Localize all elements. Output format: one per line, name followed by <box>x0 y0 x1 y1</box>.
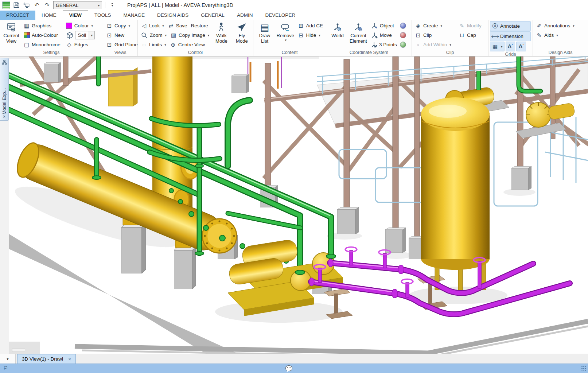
graphics-label: Graphics <box>32 23 51 28</box>
tab-developer[interactable]: DEVELOPER <box>259 11 301 20</box>
general-combobox[interactable]: GENERAL ▾ <box>53 1 102 9</box>
limits-dropdown-icon: ▾ <box>164 43 166 47</box>
view-tab-close-icon[interactable]: × <box>68 356 71 362</box>
remove-button[interactable]: Remove ▾ <box>275 21 295 50</box>
current-element-label: Current Element <box>350 33 367 44</box>
graphics-button[interactable]: ▦Graphics <box>22 21 64 30</box>
redo-button[interactable]: ↷ <box>43 1 51 9</box>
font-decrease-icon: A <box>518 42 522 50</box>
copy-image-button[interactable]: ▨Copy Image▾ <box>169 31 211 40</box>
look-dropdown-icon: ▾ <box>162 24 164 28</box>
model-explorer-close-icon[interactable]: × <box>3 114 6 119</box>
current-element-button[interactable]: Current Element <box>348 21 369 50</box>
move-cs-button[interactable]: Move <box>369 31 398 40</box>
new-view-button[interactable]: ⊡New <box>105 31 139 40</box>
group-label-views: Views <box>103 50 137 56</box>
look-button[interactable]: ◁Look▾ <box>139 21 166 30</box>
clip-cap-button[interactable]: ⊔Cap <box>457 31 486 40</box>
current-view-button[interactable]: Current View <box>1 21 21 50</box>
annotations-button[interactable]: ✐Annotations▾ <box>534 21 576 30</box>
copy-view-icon: ⊡ <box>106 23 113 29</box>
object-cs-button[interactable]: Object <box>369 21 398 30</box>
status-message-bubble-icon[interactable] <box>285 365 292 371</box>
annotations-dropdown-icon: ▾ <box>573 24 575 28</box>
tab-tools[interactable]: TOOLS <box>88 11 117 20</box>
scroll-thumb[interactable] <box>12 349 25 352</box>
zoom-button[interactable]: Zoom▾ <box>139 31 168 40</box>
fly-mode-button[interactable]: Fly Mode <box>232 21 252 50</box>
grid-display-icon: ▦ <box>492 43 498 50</box>
aids-button[interactable]: ✎Aids▾ <box>534 31 576 40</box>
aids-dropdown-icon: ▾ <box>556 34 558 37</box>
clip-button[interactable]: ⊡Clip <box>413 31 456 40</box>
auto-colour-icon <box>24 32 30 38</box>
walk-mode-label: Walk Mode <box>215 33 227 44</box>
colour-button[interactable]: Colour▾ <box>65 21 101 30</box>
limits-button[interactable]: ◌Limits▾ <box>139 40 168 49</box>
clip-create-button[interactable]: ◈Create▾ <box>413 21 456 30</box>
orbit-green-icon <box>400 42 406 48</box>
status-flag-icon[interactable]: ⚐ <box>3 365 8 372</box>
clip-cap-label: Cap <box>467 32 476 38</box>
three-points-cs-icon <box>371 41 377 48</box>
annotate-button[interactable]: ⒶAnnotate <box>490 21 531 31</box>
add-ce-button[interactable]: ⊞Add CE <box>296 21 324 30</box>
render-style-combobox[interactable]: Soli ▾ <box>75 31 95 39</box>
resize-grip[interactable] <box>581 366 587 372</box>
auto-colour-button[interactable]: Auto-Colour <box>22 31 64 40</box>
copy-view-button[interactable]: ⊡Copy▾ <box>105 21 139 30</box>
left-dock-strip: Model Exp... × <box>0 57 9 354</box>
combobox-arrow-icon: ▾ <box>96 3 102 7</box>
grid-font-decrease-button[interactable]: A▾ <box>516 42 526 51</box>
tab-manage[interactable]: MANAGE <box>117 11 151 20</box>
three-points-cs-button[interactable]: 3 Points <box>369 40 398 49</box>
grid-plane-button[interactable]: ⊡Grid Plane <box>105 40 139 49</box>
tab-view[interactable]: VIEW <box>63 10 89 20</box>
export-display-button[interactable] <box>23 1 31 9</box>
copy-image-dropdown-icon: ▾ <box>208 34 210 37</box>
centre-view-button[interactable]: ⊕Centre View <box>168 40 206 49</box>
save-view-label: Save <box>176 23 187 28</box>
tab-project[interactable]: PROJECT <box>0 11 35 20</box>
app-logo-icon[interactable] <box>2 1 10 9</box>
tab-general[interactable]: GENERAL <box>195 11 231 20</box>
draw-list-button[interactable]: ▤ Draw List <box>255 21 274 50</box>
3d-model-view[interactable] <box>9 57 588 354</box>
view-tab-3d-view-1[interactable]: 3D View(1) - Drawl × <box>17 354 76 364</box>
save-button[interactable] <box>12 1 20 9</box>
restore-view-button[interactable]: Restore <box>190 21 210 30</box>
dock-scroll-corner[interactable] <box>9 342 40 354</box>
dimension-button[interactable]: ⟷Dimension <box>490 31 531 41</box>
hide-button[interactable]: ⊟Hide▾ <box>296 31 324 40</box>
grid-display-button[interactable]: ▦▾ <box>490 42 505 51</box>
colour-dropdown-icon: ▾ <box>91 24 93 28</box>
save-view-button[interactable]: ⇄Save <box>166 21 189 30</box>
orbit-green-button[interactable] <box>398 40 408 49</box>
tab-home[interactable]: HOME <box>35 11 63 20</box>
grid-font-increase-button[interactable]: A▴ <box>506 42 515 51</box>
limits-icon: ◌ <box>141 42 147 48</box>
orbit-blue-button[interactable] <box>398 21 408 30</box>
tab-admin[interactable]: ADMIN <box>231 11 259 20</box>
add-ce-label: Add CE <box>306 23 323 28</box>
customize-qat-button[interactable]: ▾ <box>108 1 116 9</box>
copy-image-label: Copy Image <box>179 32 205 38</box>
add-within-button[interactable]: ▫Add Within▾ <box>413 40 456 49</box>
edges-button[interactable]: ◇Edges <box>65 40 101 49</box>
render-style-row[interactable]: Soli ▾ <box>65 31 101 40</box>
colour-swatch-icon <box>66 23 72 29</box>
status-bar: ⚐ <box>0 364 588 373</box>
walk-mode-button[interactable]: Walk Mode <box>211 21 231 50</box>
clip-modify-icon: ✎ <box>459 23 465 29</box>
group-label-coordinate-system: Coordinate System <box>326 50 412 56</box>
view-tab-list-button[interactable]: ▾ <box>0 354 16 364</box>
clip-modify-button[interactable]: ✎Modify <box>457 21 486 30</box>
orbit-red-button[interactable] <box>398 31 408 40</box>
undo-button[interactable]: ↶ <box>33 1 41 9</box>
tab-design-aids[interactable]: DESIGN AIDS <box>151 11 195 20</box>
world-button[interactable]: World <box>328 21 347 50</box>
orbit-blue-icon <box>400 23 406 29</box>
model-explorer-tab[interactable]: Model Exp... × <box>0 58 9 121</box>
move-cs-label: Move <box>380 32 392 38</box>
monochrome-button[interactable]: ▢Monochrome <box>22 40 64 49</box>
